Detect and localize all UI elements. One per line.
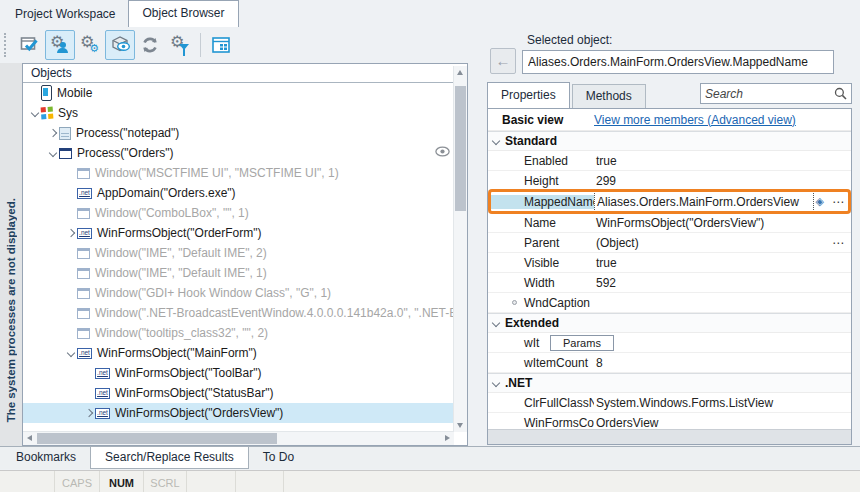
window-panel-icon (210, 34, 232, 56)
objects-tree-header: Objects (23, 64, 467, 83)
tree-item-orderform[interactable]: WinFormsObject("OrderForm") (23, 223, 454, 243)
objects-tree: Mobile Sys Process("notepad") Process("O… (23, 83, 454, 432)
search-icon (834, 87, 847, 100)
tree-item-mobile[interactable]: Mobile (23, 83, 454, 103)
scroll-down-icon[interactable] (457, 423, 463, 428)
filter-settings-button[interactable]: ⚙ (165, 30, 195, 60)
tree-item-process-notepad[interactable]: Process("notepad") (23, 123, 454, 143)
params-button[interactable]: Params (550, 335, 614, 351)
group-collapse-icon[interactable] (490, 138, 502, 144)
status-cell-empty (187, 471, 236, 492)
highlight-diamond-icon[interactable]: ◈ (814, 195, 826, 208)
tree-item-sys[interactable]: Sys (23, 103, 454, 123)
toolbar-grip[interactable] (4, 33, 9, 57)
bullet-icon (512, 300, 517, 305)
tree-item-window-msctfime[interactable]: Window("MSCTFIME UI", "MSCTFIME UI", 1) (23, 163, 454, 183)
group-collapse-icon[interactable] (490, 320, 502, 326)
property-row-height[interactable]: Height299 (488, 171, 851, 191)
tree-item-ordersview[interactable]: WinFormsObject("OrdersView") (23, 403, 454, 423)
tab-properties[interactable]: Properties (487, 82, 570, 109)
window-check-icon (19, 34, 41, 56)
property-row-width[interactable]: Width592 (488, 273, 851, 293)
tab-bookmarks[interactable]: Bookmarks (2, 447, 90, 469)
dotnet-icon (95, 388, 110, 399)
gears-icon: ⚙ ⚙ (79, 34, 101, 56)
tree-item-statusbar[interactable]: WinFormsObject("StatusBar") (23, 383, 454, 403)
horizontal-scroll-thumb[interactable] (37, 433, 277, 444)
objects-tree-panel: Objects Mobile Sys Process("notepad") Pr… (22, 63, 468, 446)
property-row-witemcount[interactable]: wItemCount8 (488, 353, 851, 373)
settings-button[interactable]: ⚙ ⚙ (75, 30, 105, 60)
group-dotnet[interactable]: .NET (488, 373, 851, 393)
toolbar-separator (200, 33, 201, 57)
status-cell-empty (284, 471, 860, 492)
expander-closed-icon[interactable] (65, 230, 77, 236)
highlight-object-button[interactable] (15, 30, 45, 60)
tree-item-appdomain-orders[interactable]: AppDomain("Orders.exe") (23, 183, 454, 203)
property-row-parent[interactable]: Parent(Object) ⋯ (488, 233, 851, 253)
window-icon (77, 168, 90, 179)
basic-view-row: Basic view View more members (Advanced v… (488, 109, 851, 131)
property-row-wit[interactable]: wIt Params (488, 333, 851, 353)
status-caps-indicator: CAPS (55, 471, 100, 492)
window-icon (77, 208, 90, 219)
property-row-wndcaption[interactable]: WndCaption (488, 293, 851, 313)
tab-project-workspace[interactable]: Project Workspace (2, 2, 128, 27)
property-row-clrfullclassname[interactable]: ClrFullClassNaSystem.Windows.Forms.ListV… (488, 393, 851, 413)
group-collapse-icon[interactable] (490, 380, 502, 386)
search-input[interactable] (701, 87, 834, 101)
selected-object-input[interactable] (522, 50, 834, 74)
selected-object-panel: ← Selected object: Properties Methods Ba… (470, 27, 860, 446)
basic-view-label: Basic view (488, 113, 594, 127)
window-icon (77, 248, 90, 259)
group-extended[interactable]: Extended (488, 313, 851, 333)
main-tab-bar: Project Workspace Object Browser (0, 0, 860, 27)
gear-filter-icon: ⚙ (169, 34, 191, 56)
expander-open-icon[interactable] (29, 110, 41, 116)
status-scrl-indicator: SCRL (144, 471, 187, 492)
tree-item-process-orders[interactable]: Process("Orders") (23, 143, 454, 163)
tree-item-window-ime1[interactable]: Window("IME", "Default IME", 1) (23, 263, 454, 283)
object-spy-button[interactable] (105, 30, 135, 60)
object-browser-toolbar: ⚙ ⚙ ⚙ (0, 27, 470, 63)
property-row-mappedname[interactable]: MappedNameAliases.Orders.MainForm.Orders… (488, 191, 851, 213)
ellipsis-button[interactable]: ⋯ (826, 236, 851, 250)
process-filter-button[interactable]: ⚙ (45, 30, 75, 60)
back-button[interactable]: ← (490, 48, 516, 74)
tab-methods[interactable]: Methods (572, 84, 646, 109)
property-row-name[interactable]: NameWinFormsObject("OrdersView") (488, 213, 851, 233)
scroll-left-icon[interactable] (27, 435, 32, 441)
refresh-button[interactable] (135, 30, 165, 60)
tab-search-replace-results[interactable]: Search/Replace Results (90, 447, 249, 469)
scroll-up-icon[interactable] (457, 70, 463, 75)
scroll-right-icon[interactable] (445, 435, 450, 441)
eye-icon[interactable] (435, 146, 450, 160)
group-standard[interactable]: Standard (488, 131, 851, 151)
properties-tab-bar: Properties Methods (487, 82, 648, 109)
ellipsis-button[interactable]: ⋯ (826, 195, 851, 209)
vertical-scroll-thumb[interactable] (455, 86, 466, 211)
tree-item-mainform[interactable]: WinFormsObject("MainForm") (23, 343, 454, 363)
tree-item-toolbar[interactable]: WinFormsObject("ToolBar") (23, 363, 454, 383)
tree-item-window-combolbox[interactable]: Window("ComboLBox", "", 1) (23, 203, 454, 223)
tree-item-window-broadcast[interactable]: Window(".NET-BroadcastEventWindow.4.0.0.… (23, 303, 454, 323)
tree-vertical-scrollbar[interactable] (453, 66, 467, 432)
expander-closed-icon[interactable] (47, 130, 59, 136)
expander-open-icon[interactable] (65, 350, 77, 356)
tab-object-browser[interactable]: Object Browser (128, 0, 238, 27)
property-grid: Basic view View more members (Advanced v… (487, 108, 852, 445)
property-row-visible[interactable]: Visibletrue (488, 253, 851, 273)
advanced-view-link[interactable]: View more members (Advanced view) (594, 113, 796, 127)
expander-closed-icon[interactable] (83, 410, 95, 416)
show-panel-button[interactable] (206, 30, 236, 60)
object-browser-window: Project Workspace Object Browser ⚙ (0, 0, 860, 492)
tree-horizontal-scrollbar[interactable] (23, 431, 454, 445)
status-num-indicator: NUM (100, 471, 144, 492)
system-processes-note: The system processes are not displayed. (0, 63, 22, 446)
tab-to-do[interactable]: To Do (249, 447, 308, 469)
tree-item-window-tooltips[interactable]: Window("tooltips_class32", "", 2) (23, 323, 454, 343)
tree-item-window-ime2[interactable]: Window("IME", "Default IME", 2) (23, 243, 454, 263)
tree-item-window-gdi-hook[interactable]: Window("GDI+ Hook Window Class", "G", 1) (23, 283, 454, 303)
expander-open-icon[interactable] (47, 150, 59, 156)
property-row-enabled[interactable]: Enabledtrue (488, 151, 851, 171)
